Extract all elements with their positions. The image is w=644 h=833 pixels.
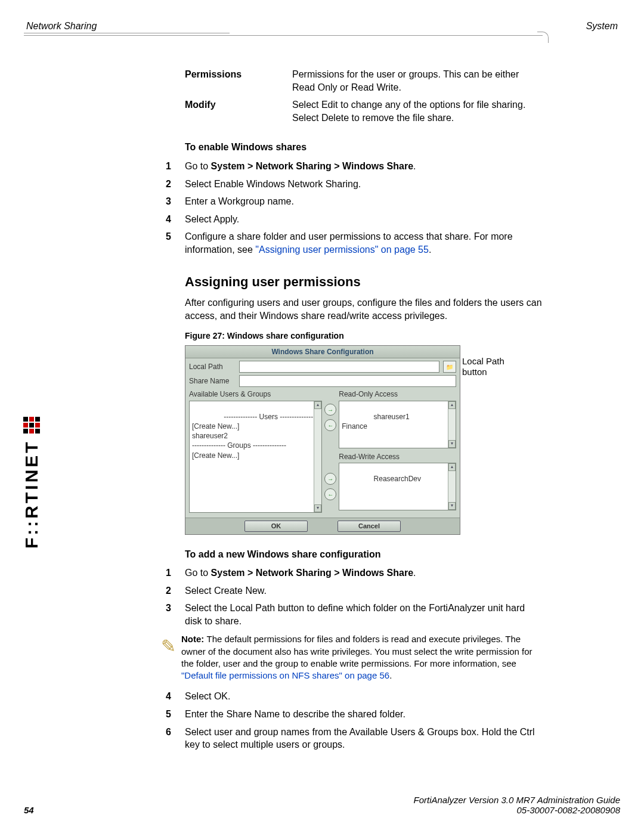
step-number: 5 — [166, 230, 185, 256]
share-name-label: Share Name — [189, 376, 239, 386]
step-text: Select the Local Path button to define w… — [185, 602, 543, 627]
header-section-right: System — [586, 21, 618, 32]
step-text: Select Apply. — [185, 213, 543, 226]
available-users-groups-listbox[interactable]: -------------- Users -------------- [Cre… — [189, 401, 322, 513]
windows-share-config-dialog: Windows Share Configuration Local Path 📁… — [185, 345, 460, 534]
step-number: 1 — [166, 160, 185, 173]
section-heading: Assigning user permissions — [185, 273, 543, 291]
scroll-up-icon[interactable]: ▴ — [448, 401, 456, 409]
move-left-button[interactable]: ← — [324, 488, 336, 500]
step-text: Select Create New. — [185, 584, 543, 597]
step-text: Enter the Share Name to describe the sha… — [185, 708, 543, 721]
definition-table: Permissions Permissions for the user or … — [185, 66, 543, 126]
header-section-left: Network Sharing — [26, 21, 97, 32]
arrow-left-icon: ← — [327, 491, 333, 499]
step-number: 3 — [166, 195, 185, 208]
read-write-access-listbox[interactable]: ReasearchDev ▴ ▾ — [339, 463, 456, 510]
definition-desc: Select Edit to change any of the options… — [292, 96, 543, 126]
scroll-up-icon[interactable]: ▴ — [448, 463, 456, 471]
step-number: 1 — [166, 566, 185, 580]
scroll-down-icon[interactable]: ▾ — [448, 440, 456, 448]
intro-paragraph: After configuring users and user groups,… — [185, 296, 543, 322]
header-divider — [24, 36, 620, 39]
scrollbar[interactable]: ▴ ▾ — [448, 401, 456, 448]
step-number: 4 — [166, 213, 185, 226]
definition-term: Permissions — [185, 66, 292, 96]
local-path-browse-button[interactable]: 📁 — [443, 361, 456, 373]
local-path-label: Local Path — [189, 362, 239, 371]
arrow-left-icon: ← — [327, 422, 333, 430]
scroll-up-icon[interactable]: ▴ — [314, 401, 321, 409]
step-text: Go to System > Network Sharing > Windows… — [185, 566, 543, 580]
move-right-button[interactable]: → — [324, 473, 336, 485]
move-right-button[interactable]: → — [324, 404, 336, 416]
step-number: 2 — [166, 178, 185, 191]
scrollbar[interactable]: ▴ ▾ — [314, 401, 321, 512]
cross-reference-link[interactable]: "Assigning user permissions" on page 55 — [255, 244, 429, 255]
local-path-input[interactable] — [239, 361, 439, 373]
page-number: 54 — [24, 805, 34, 815]
dialog-title: Windows Share Configuration — [185, 346, 460, 358]
step-text: Go to System > Network Sharing > Windows… — [185, 160, 543, 173]
step-text: Select OK. — [185, 690, 543, 703]
cancel-button[interactable]: Cancel — [338, 521, 401, 532]
step-number: 3 — [166, 602, 185, 627]
ok-button[interactable]: OK — [244, 521, 308, 532]
move-left-button[interactable]: ← — [324, 419, 336, 431]
step-number: 5 — [166, 708, 185, 721]
brand-logomark-icon — [23, 417, 40, 433]
definition-desc: Permissions for the user or groups. This… — [292, 66, 543, 96]
figure-callout: Local Path button — [462, 356, 519, 377]
step-text: Select Enable Windows Network Sharing. — [185, 178, 543, 191]
procedure-heading: To add a new Windows share configuration — [185, 548, 543, 561]
note-block: ✎ Note: The default permissions for file… — [155, 633, 543, 682]
step-text: Configure a share folder and user permis… — [185, 230, 543, 256]
available-users-groups-label: Available Users & Groups — [189, 389, 322, 399]
read-only-access-listbox[interactable]: shareuser1 Finance ▴ ▾ — [339, 401, 456, 448]
figure-caption: Figure 27: Windows share configuration — [185, 330, 543, 342]
arrow-right-icon: → — [327, 475, 333, 484]
step-number: 4 — [166, 690, 185, 703]
share-name-input[interactable] — [239, 375, 456, 387]
procedure-heading: To enable Windows shares — [185, 141, 543, 154]
step-text: Enter a Workgroup name. — [185, 195, 543, 208]
read-only-access-label: Read-Only Access — [339, 389, 456, 399]
step-number: 2 — [166, 584, 185, 597]
definition-term: Modify — [185, 96, 292, 126]
scroll-down-icon[interactable]: ▾ — [314, 504, 321, 512]
scrollbar[interactable]: ▴ ▾ — [448, 463, 456, 510]
note-icon: ✎ — [155, 633, 181, 682]
cross-reference-link[interactable]: "Default file permissions on NFS shares"… — [181, 670, 389, 680]
step-number: 6 — [166, 726, 185, 751]
folder-search-icon: 📁 — [446, 363, 453, 371]
footer-doc-title: FortiAnalyzer Version 3.0 MR7 Administra… — [24, 795, 620, 805]
brand-wordmark: F::RTINET — [21, 439, 42, 549]
brand-sidebar: F::RTINET — [21, 417, 42, 549]
step-text: Select user and group names from the Ava… — [185, 726, 543, 751]
footer-doc-id: 05-30007-0082-20080908 — [24, 805, 620, 815]
read-write-access-label: Read-Write Access — [339, 452, 456, 462]
scroll-down-icon[interactable]: ▾ — [448, 502, 456, 510]
arrow-right-icon: → — [327, 406, 333, 414]
